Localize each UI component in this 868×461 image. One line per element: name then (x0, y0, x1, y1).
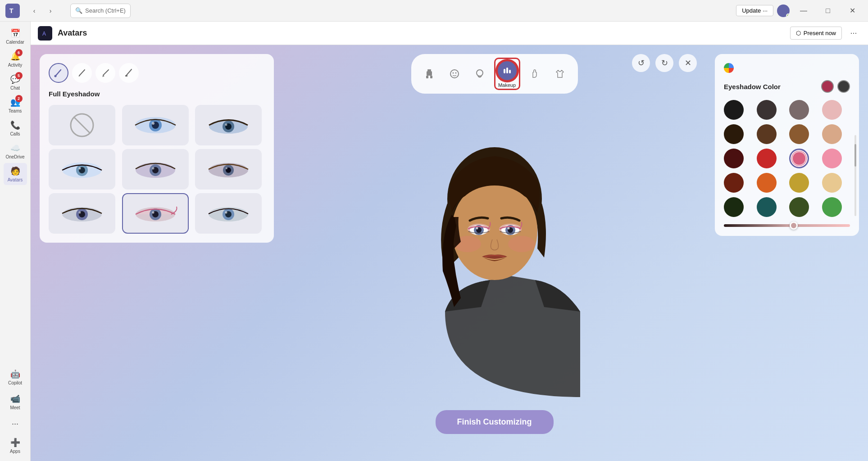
color-swatch-7[interactable] (789, 124, 809, 144)
color-swatch-17[interactable] (724, 197, 744, 217)
toolbar-face-button[interactable] (444, 63, 465, 85)
toolbar-gesture-button[interactable] (524, 63, 545, 85)
color-swatch-1[interactable] (724, 100, 744, 120)
title-bar-right: Update ··· — □ ✕ (736, 4, 868, 18)
color-swatch-19[interactable] (789, 197, 809, 217)
eye-option-3[interactable] (49, 149, 115, 190)
svg-point-11 (152, 122, 155, 125)
undo-button[interactable]: ↺ (632, 54, 650, 72)
color-swatch-11[interactable] (789, 149, 809, 168)
sidebar-label-avatars: Avatars (8, 177, 23, 182)
color-swatch-20[interactable] (822, 197, 842, 217)
eye-option-4[interactable] (122, 149, 189, 190)
search-bar[interactable]: 🔍 Search (Ctrl+E) (70, 4, 131, 18)
svg-rect-50 (509, 70, 511, 73)
color-swatch-4[interactable] (822, 100, 842, 120)
sidebar-label-calls: Calls (10, 131, 20, 136)
app-header: A Avatars ⬡ Present now ··· (31, 22, 868, 45)
color-panel-header (724, 63, 850, 73)
color-slider-track[interactable] (724, 224, 850, 227)
sidebar-item-avatars[interactable]: 🧑 Avatars (4, 163, 27, 185)
eye-option-8[interactable] (195, 193, 262, 234)
color-swatch-16[interactable] (822, 173, 842, 193)
page-title: Avatars (58, 28, 87, 38)
svg-point-27 (226, 167, 227, 169)
minimize-button[interactable]: — (793, 4, 814, 18)
back-button[interactable]: ‹ (27, 4, 41, 18)
color-swatch-12[interactable] (822, 149, 842, 168)
toolbar-body-button[interactable] (418, 63, 440, 85)
svg-point-19 (79, 167, 81, 170)
sidebar-label-activity: Activity (8, 63, 23, 68)
sidebar-item-chat[interactable]: 💬 5 Chat (4, 71, 27, 93)
color-swatch-9[interactable] (724, 149, 744, 168)
svg-rect-42 (426, 76, 428, 78)
color-swatch-15[interactable] (789, 173, 809, 193)
sidebar-item-copilot[interactable]: 🤖 Copilot (4, 366, 27, 388)
svg-point-15 (225, 124, 227, 126)
svg-point-46 (455, 72, 456, 74)
calendar-icon: 📅 (10, 28, 21, 39)
toolbar-outfit-button[interactable] (549, 63, 571, 85)
finish-customizing-button[interactable]: Finish Customizing (436, 410, 554, 434)
toolbar-body-wrap (418, 63, 440, 85)
tool-tab-brush2[interactable] (72, 63, 92, 83)
color-swatch-8[interactable] (822, 124, 842, 144)
apps-icon: ➕ (10, 437, 21, 448)
sidebar-item-more[interactable]: ··· (4, 416, 27, 432)
copilot-icon: 🤖 (10, 369, 21, 380)
sidebar-item-apps[interactable]: ➕ Apps (4, 434, 27, 456)
eye-option-7[interactable] (122, 193, 189, 234)
toolbar-makeup-button[interactable] (496, 60, 518, 81)
tool-tab-brush3[interactable] (95, 63, 115, 83)
forward-button[interactable]: › (43, 4, 58, 18)
color-swatch-6[interactable] (757, 124, 777, 144)
svg-point-47 (477, 70, 483, 76)
svg-rect-5 (125, 75, 127, 77)
eye-option-1[interactable] (122, 105, 189, 145)
sidebar-label-onedrive: OneDrive (5, 154, 24, 159)
close-avatar-button[interactable]: ✕ (679, 54, 697, 72)
eye-option-5[interactable] (195, 149, 262, 190)
more-icon: ··· (10, 418, 21, 429)
eye-option-2[interactable] (195, 105, 262, 145)
top-toolbar: Makeup (411, 54, 578, 94)
update-button[interactable]: Update ··· (736, 5, 773, 16)
color-preview-secondary[interactable] (837, 80, 850, 93)
color-slider-thumb[interactable] (790, 221, 798, 230)
present-now-button[interactable]: ⬡ Present now (790, 27, 842, 40)
close-button[interactable]: ✕ (842, 4, 863, 18)
color-swatch-2[interactable] (757, 100, 777, 120)
scroll-track (854, 135, 856, 216)
color-panel-title: Eyeshadow Color (724, 83, 781, 90)
tool-tab-brush4[interactable] (119, 63, 139, 83)
eye-option-none[interactable] (49, 105, 115, 145)
header-more-button[interactable]: ··· (846, 26, 861, 41)
sidebar-item-activity[interactable]: 🔔 6 Activity (4, 48, 27, 70)
chat-icon: 💬 5 (10, 74, 21, 85)
color-swatch-18[interactable] (757, 197, 777, 217)
svg-point-35 (152, 212, 154, 214)
color-swatch-14[interactable] (757, 173, 777, 193)
redo-button[interactable]: ↻ (655, 54, 673, 72)
svg-point-64 (507, 227, 509, 230)
color-swatch-3[interactable] (789, 100, 809, 120)
color-swatch-10[interactable] (757, 149, 777, 168)
maximize-button[interactable]: □ (818, 4, 838, 18)
scroll-thumb[interactable] (854, 144, 856, 167)
sidebar-item-onedrive[interactable]: ☁️ OneDrive (4, 140, 27, 162)
nav-buttons: ‹ › (27, 4, 58, 18)
eye-option-6[interactable] (49, 193, 115, 234)
sidebar-item-calendar[interactable]: 📅 Calendar (4, 25, 27, 47)
sidebar-item-calls[interactable]: 📞 Calls (4, 117, 27, 139)
color-swatch-5[interactable] (724, 124, 744, 144)
sidebar-item-teams[interactable]: 👥 2 Teams (4, 94, 27, 116)
color-preview-primary[interactable] (821, 80, 834, 93)
user-avatar[interactable] (777, 5, 790, 17)
svg-rect-40 (427, 69, 431, 71)
teams-icon: 👥 2 (10, 97, 21, 108)
toolbar-head-button[interactable] (469, 63, 491, 85)
tool-tab-brush1[interactable] (49, 63, 68, 83)
color-swatch-13[interactable] (724, 173, 744, 193)
sidebar-item-meet[interactable]: 📹 Meet (4, 391, 27, 413)
